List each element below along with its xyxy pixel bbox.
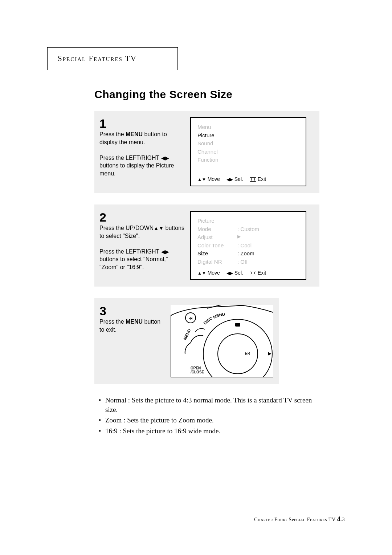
osd-row: Mode: Custom	[197, 225, 299, 234]
osd-item-selected: Picture	[197, 131, 299, 140]
osd-nav-hints: ▲▼ Move ◀▶ Sel. Exit	[197, 270, 299, 276]
left-right-arrows-icon: ◀▶	[161, 155, 169, 161]
osd-screen-main-menu: Menu Picture Sound Channel Function ▲▼ M…	[190, 117, 306, 186]
osd-row: Adjust▶	[197, 233, 299, 242]
up-down-arrows-icon: ▲▼	[197, 271, 206, 276]
osd-nav-hints: ▲▼ Move ◀▶ Sel. Exit	[197, 176, 299, 182]
left-right-arrows-icon: ◀▶	[161, 249, 169, 255]
osd-title: Picture	[197, 217, 299, 225]
left-right-arrows-icon: ◀▶	[226, 177, 233, 182]
menu-button-icon	[250, 177, 256, 182]
step-1: 1 Press the MENU button to display the m…	[94, 111, 319, 193]
page-number-major: 4	[337, 515, 341, 523]
section-header-label: Special Features TV	[58, 54, 137, 63]
step-2: 2 Press the UP/DOWN▲▼ buttons to select …	[94, 204, 319, 287]
osd-row: Color Tone: Cool	[197, 242, 299, 250]
step-number: 3	[99, 305, 165, 317]
svg-text:⏮: ⏮	[188, 316, 193, 321]
chapter-label: Chapter Four: Special Features TV	[254, 517, 337, 522]
osd-item: Channel	[197, 148, 299, 156]
dpad-up-icon	[235, 323, 240, 327]
osd-row: Digital NR: Off	[197, 258, 299, 266]
osd-item: Sound	[197, 139, 299, 148]
list-item: •Normal : Sets the picture to 4:3 normal…	[94, 396, 319, 414]
list-item: •16:9 : Sets the picture to 16:9 wide mo…	[94, 426, 319, 436]
osd-row-selected: Size: Zoom	[197, 250, 299, 258]
enter-label: ER	[245, 352, 250, 356]
up-down-arrows-icon: ▲▼	[154, 225, 164, 231]
section-header-box: Special Features TV	[47, 47, 178, 70]
open-close-label: OPEN	[191, 366, 201, 370]
up-down-arrows-icon: ▲▼	[197, 177, 206, 182]
page-footer: Chapter Four: Special Features TV 4.3	[254, 515, 345, 523]
svg-text:/CLOSE: /CLOSE	[191, 370, 204, 374]
page-title: Changing the Screen Size	[94, 88, 345, 101]
osd-menu-list: Menu Picture Sound Channel Function	[197, 123, 299, 164]
menu-button-icon	[250, 271, 256, 275]
step-number: 2	[99, 211, 184, 223]
left-right-arrows-icon: ◀▶	[226, 271, 233, 276]
osd-menu-list: Picture Mode: Custom Adjust▶ Color Tone:…	[197, 217, 299, 266]
step-3: 3 Press the MENU button to exit. ⏮ DISC …	[94, 298, 279, 384]
step-2-text: Press the UP/DOWN▲▼ buttons to select "S…	[99, 224, 184, 271]
step-1-text: Press the MENU button to display the men…	[99, 130, 184, 178]
list-item: •Zoom : Sets the picture to Zoom mode.	[94, 416, 319, 425]
osd-item: Menu	[197, 123, 299, 131]
submenu-arrow-icon: ▶	[237, 233, 241, 242]
notes-list: •Normal : Sets the picture to 4:3 normal…	[94, 396, 319, 436]
steps-container: 1 Press the MENU button to display the m…	[94, 111, 319, 384]
osd-item: Function	[197, 156, 299, 164]
step-number: 1	[99, 117, 184, 130]
remote-control-illustration: ⏮ DISC MENU MENU ER OPEN	[171, 305, 273, 377]
step-3-text: Press the MENU button to exit.	[99, 318, 165, 333]
osd-screen-picture-menu: Picture Mode: Custom Adjust▶ Color Tone:…	[190, 211, 306, 280]
page-number-minor: .3	[341, 517, 345, 522]
